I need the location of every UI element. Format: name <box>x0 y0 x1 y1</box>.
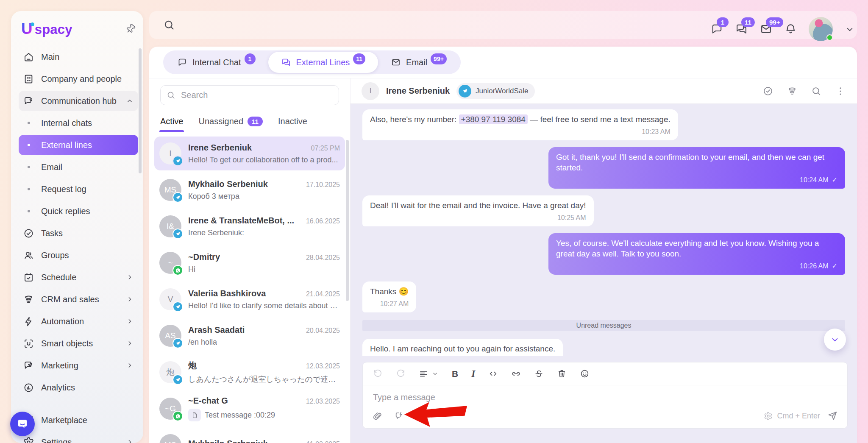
filter-unassigned[interactable]: Unassigned11 <box>198 111 262 132</box>
building-icon <box>23 73 34 85</box>
sidebar-divider <box>20 403 136 403</box>
uspacy-logo[interactable]: U spacy <box>21 20 72 38</box>
sidebar-item-settings[interactable]: Settings <box>19 432 138 443</box>
conversation-filters: ActiveUnassigned11Inactive <box>149 111 350 132</box>
tool-code-button[interactable] <box>488 369 498 379</box>
quick-reply-icon <box>394 411 405 421</box>
tool-align-button[interactable] <box>419 369 439 379</box>
conversation-row[interactable]: 炮炮12.03.2025しあんたつさんが退室しちゃったので連絡が取... <box>154 355 345 389</box>
tab-email[interactable]: Email99+ <box>378 52 459 73</box>
channel-tag[interactable]: JuniorWorldSale <box>456 83 535 99</box>
conversation-row[interactable]: I&Irene & TranslateMeBot, ...16.06.2025I… <box>154 209 345 243</box>
tab-external-lines[interactable]: External Lines11 <box>268 52 378 73</box>
chevron-right-icon <box>125 438 134 443</box>
pin-sidebar-button[interactable] <box>125 24 136 34</box>
filter-badge: 11 <box>248 117 263 126</box>
scroll-to-bottom-button[interactable] <box>824 329 846 351</box>
profile-menu-button[interactable] <box>844 24 855 35</box>
composer-bottom-bar: Cmd + Enter <box>363 405 847 428</box>
tool-strikethrough-button[interactable] <box>534 369 544 379</box>
quick-reply-button[interactable] <box>394 411 405 421</box>
tool-emoji-button[interactable] <box>580 369 590 379</box>
chat-header-check-circle-button[interactable] <box>762 86 773 97</box>
tab-internal-chat[interactable]: Internal Chat1 <box>164 52 268 73</box>
filter-active[interactable]: Active <box>160 111 183 132</box>
tool-trash-button[interactable] <box>557 369 567 379</box>
sidebar-item-communication-hub[interactable]: Communication hub <box>19 91 138 111</box>
chats-icon <box>281 57 291 67</box>
gear-icon[interactable] <box>764 412 773 421</box>
chat-panel: I Irene Serbeniuk JuniorWorldSale Also, … <box>351 78 857 443</box>
tool-link-button[interactable] <box>511 369 521 379</box>
paperclip-button[interactable] <box>372 411 383 421</box>
notification-badge: 99+ <box>766 17 783 27</box>
sidebar-item-external-lines[interactable]: External lines <box>19 135 138 155</box>
topbar-mail-button[interactable]: 99+ <box>760 22 773 36</box>
conversation-row[interactable]: ASArash Saadati20.04.2025/en holla <box>154 319 345 353</box>
chat-header-search-button[interactable] <box>811 86 822 97</box>
chat-header-kebab-button[interactable] <box>835 86 846 97</box>
search-icon <box>166 90 176 100</box>
chat-icon <box>177 57 187 67</box>
emoji-icon <box>580 369 590 379</box>
bullet-icon <box>28 210 30 212</box>
tool-undo-button[interactable] <box>373 369 383 379</box>
automation-icon <box>23 316 34 327</box>
search-icon <box>163 19 175 31</box>
conversation-row[interactable]: IIrene Serbeniuk07:25 PMHello! To get ou… <box>154 137 345 170</box>
conversation-avatar: AS <box>159 325 181 347</box>
send-icon <box>827 410 838 421</box>
sidebar-item-email[interactable]: Email <box>19 157 138 177</box>
sidebar-item-analytics[interactable]: Analytics <box>19 377 138 398</box>
online-status-dot <box>826 34 833 41</box>
chat-header-filter-button[interactable] <box>787 86 798 97</box>
send-shortcut-hint: Cmd + Enter <box>764 412 820 421</box>
message-input[interactable] <box>373 393 698 402</box>
sidebar-item-quick-replies[interactable]: Quick replies <box>19 201 138 221</box>
message-bubble-incoming: Deal! I'll wait for the email and the in… <box>362 195 594 226</box>
home-icon <box>23 51 34 63</box>
topbar-chats-button[interactable]: 11 <box>735 22 748 36</box>
sidebar-item-crm-and-sales[interactable]: CRM and sales <box>19 289 138 309</box>
sidebar-item-marketplace[interactable]: Marketplace <box>19 410 138 430</box>
message-bubble-outgoing: Yes, of course. We'll calculate everythi… <box>548 233 845 275</box>
support-chat-launcher[interactable] <box>10 412 35 436</box>
conversation-row[interactable]: MSMykhailo Serbeniuk17.10.2025Короб 3 ме… <box>154 173 345 207</box>
sidebar-item-smart-objects[interactable]: Smart objects <box>19 333 138 354</box>
user-avatar[interactable] <box>809 17 833 41</box>
conversation-row[interactable]: VValeriia Bashkirova21.04.2025Hello! I'd… <box>154 282 345 316</box>
filter-inactive[interactable]: Inactive <box>278 111 307 132</box>
conversation-row[interactable]: ~~Dmitry28.04.2025Hi <box>154 246 345 280</box>
tool-italic-button[interactable]: I <box>471 369 475 379</box>
conversation-row[interactable]: MSMykhailo Serbeniuk11.03.2025 <box>154 428 345 443</box>
list-scrollbar[interactable] <box>346 140 349 301</box>
sidebar-item-company-and-people[interactable]: Company and people <box>19 69 138 89</box>
message-bubble-incoming: Thanks 😊10:27 AM <box>362 281 416 312</box>
chevron-right-icon <box>125 273 134 281</box>
topbar-chat-button[interactable]: 1 <box>710 22 723 36</box>
bullet-icon <box>28 144 30 146</box>
send-button[interactable] <box>827 410 838 421</box>
global-search-button[interactable] <box>163 19 175 31</box>
tool-bold-button[interactable]: B <box>452 369 458 379</box>
undo-icon <box>373 369 383 379</box>
topbar-bell-button[interactable] <box>784 22 797 36</box>
sidebar-item-automation[interactable]: Automation <box>19 311 138 332</box>
conversation-row[interactable]: ~G~E-chat G12.03.2025Test message :00:29 <box>154 392 345 426</box>
file-icon <box>191 412 198 419</box>
sidebar-item-groups[interactable]: Groups <box>19 245 138 265</box>
telegram-icon <box>172 192 183 203</box>
sidebar-item-request-log[interactable]: Request log <box>19 179 138 199</box>
sidebar-scrollbar[interactable] <box>139 48 142 173</box>
filter-icon <box>787 86 798 97</box>
chevron-right-icon <box>125 339 134 348</box>
tool-redo-button[interactable] <box>396 369 406 379</box>
sidebar-item-schedule[interactable]: Schedule <box>19 267 138 287</box>
sidebar-item-marketing[interactable]: Marketing <box>19 355 138 376</box>
sidebar-item-main[interactable]: Main <box>19 47 138 67</box>
sidebar-item-tasks[interactable]: Tasks <box>19 223 138 243</box>
conversation-avatar: ~ <box>159 252 181 274</box>
sidebar-item-internal-chats[interactable]: Internal chats <box>19 113 138 133</box>
conversation-search-input[interactable] <box>160 85 339 105</box>
app-window: 11199+ U spacy MainCompany and peopleCom… <box>0 0 868 443</box>
